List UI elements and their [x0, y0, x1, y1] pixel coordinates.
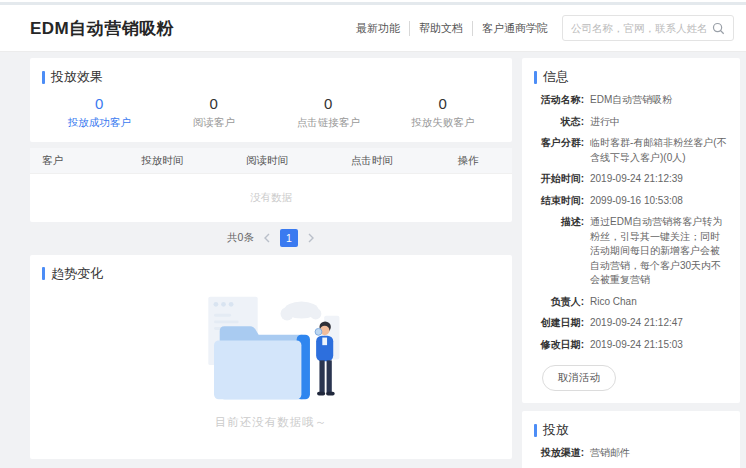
info-title-text: 信息: [543, 68, 569, 86]
stat-value: 0: [271, 95, 386, 112]
field-delivery-channel: 投放渠道: 营销邮件: [534, 446, 728, 461]
trend-empty-text: 目前还没有数据哦～: [42, 415, 500, 430]
col-actions: 操作: [424, 154, 512, 168]
nav-academy[interactable]: 客户通商学院: [482, 21, 548, 36]
pagination: 共0条 1: [30, 227, 512, 249]
stat-label: 阅读客户: [157, 116, 272, 130]
field-activity-name: 活动名称: EDM自动营销吸粉: [534, 93, 728, 108]
field-customer-segment: 客户分群: 临时客群-有邮箱非粉丝客户(不含线下导入客户)(0人): [534, 136, 728, 165]
stat-value: 0: [386, 95, 501, 112]
left-column: 投放效果 0 投放成功客户 0 阅读客户 0 点击链接客户 0 投放失败客户: [30, 58, 512, 459]
section-accent-bar: [534, 71, 537, 84]
trend-section-title: 趋势变化: [42, 265, 500, 283]
stat-delivery-failed[interactable]: 0 投放失败客户: [386, 95, 501, 130]
col-click-time: 点击时间: [319, 154, 424, 168]
section-accent-bar: [534, 424, 537, 437]
main-content: 投放效果 0 投放成功客户 0 阅读客户 0 点击链接客户 0 投放失败客户: [0, 52, 746, 465]
stat-value: 0: [157, 95, 272, 112]
section-accent-bar: [42, 71, 45, 84]
stat-clicked-link[interactable]: 0 点击链接客户: [271, 95, 386, 130]
trend-card: 趋势变化: [30, 255, 512, 459]
stat-label: 点击链接客户: [271, 116, 386, 130]
effects-card: 投放效果 0 投放成功客户 0 阅读客户 0 点击链接客户 0 投放失败客户: [30, 58, 512, 142]
delivery-table: 客户 投放时间 阅读时间 点击时间 操作 没有数据: [30, 148, 512, 222]
field-created-date: 创建日期: 2019-09-24 21:12:47: [534, 316, 728, 331]
field-modified-date: 修改日期: 2019-09-24 21:15:03: [534, 338, 728, 353]
header-right: 最新功能 帮助文档 客户通商学院: [356, 15, 734, 41]
table-empty-state: 没有数据: [30, 174, 512, 222]
delivery-section-title: 投放: [534, 421, 728, 439]
effects-stats: 0 投放成功客户 0 阅读客户 0 点击链接客户 0 投放失败客户: [42, 95, 500, 130]
delivery-card: 投放 投放渠道: 营销邮件 邮件模版: EDM自动营销吸粉模版 2019-09-…: [522, 411, 740, 468]
field-end-time: 结束时间: 2099-09-16 10:53:08: [534, 194, 728, 209]
cancel-activity-button[interactable]: 取消活动: [542, 365, 616, 391]
info-section-title: 信息: [534, 68, 728, 86]
info-field-list: 活动名称: EDM自动营销吸粉 状态: 进行中 客户分群: 临时客群-有邮箱非粉…: [534, 93, 728, 352]
app-header: EDM自动营销吸粉 最新功能 帮助文档 客户通商学院: [0, 5, 746, 52]
info-card: 信息 活动名称: EDM自动营销吸粉 状态: 进行中 客户分群: 临时客群-有邮…: [522, 58, 740, 403]
stat-read-customers[interactable]: 0 阅读客户: [157, 95, 272, 130]
page-title: EDM自动营销吸粉: [30, 17, 174, 40]
stat-delivered-success[interactable]: 0 投放成功客户: [42, 95, 157, 130]
table-empty-text: 没有数据: [250, 191, 292, 205]
col-customer: 客户: [30, 154, 110, 168]
stat-value: 0: [42, 95, 157, 112]
stat-label: 投放失败客户: [386, 116, 501, 130]
effects-section-title: 投放效果: [42, 68, 500, 86]
top-nav: 最新功能 帮助文档 客户通商学院: [356, 21, 548, 36]
effects-title-text: 投放效果: [51, 68, 103, 86]
trend-title-text: 趋势变化: [51, 265, 103, 283]
prev-page-button[interactable]: [263, 233, 271, 243]
col-read-time: 阅读时间: [215, 154, 320, 168]
delivery-field-list: 投放渠道: 营销邮件 邮件模版: EDM自动营销吸粉模版 2019-09-24 …: [534, 446, 728, 468]
section-accent-bar: [42, 267, 45, 280]
folder-search-illustration: [195, 289, 347, 407]
empty-data-illustration: [42, 289, 500, 407]
nav-help-docs[interactable]: 帮助文档: [419, 21, 473, 36]
pagination-total: 共0条: [227, 231, 254, 245]
delivery-title-text: 投放: [543, 421, 569, 439]
col-delivery-time: 投放时间: [110, 154, 215, 168]
search-box[interactable]: [562, 15, 734, 41]
field-start-time: 开始时间: 2019-09-24 21:12:39: [534, 172, 728, 187]
field-status: 状态: 进行中: [534, 115, 728, 130]
right-column: 信息 活动名称: EDM自动营销吸粉 状态: 进行中 客户分群: 临时客群-有邮…: [522, 58, 740, 459]
search-icon[interactable]: [712, 22, 725, 35]
search-input[interactable]: [571, 22, 712, 34]
stat-label: 投放成功客户: [42, 116, 157, 130]
chevron-right-icon: [307, 233, 315, 243]
chevron-left-icon: [263, 233, 271, 243]
field-owner: 负责人: Rico Chan: [534, 295, 728, 310]
nav-latest-features[interactable]: 最新功能: [356, 21, 410, 36]
table-header-row: 客户 投放时间 阅读时间 点击时间 操作: [30, 148, 512, 174]
field-description: 描述: 通过EDM自动营销将客户转为粉丝，引导其一键关注；同时活动期间每日的新增…: [534, 215, 728, 288]
next-page-button[interactable]: [307, 233, 315, 243]
page-number-button[interactable]: 1: [280, 229, 298, 247]
